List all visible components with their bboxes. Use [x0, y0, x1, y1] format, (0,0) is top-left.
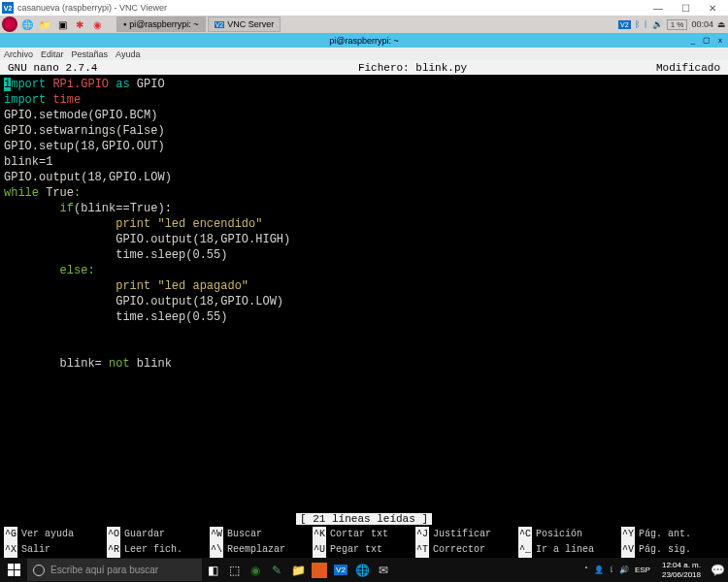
- mathematica-icon[interactable]: ✱: [72, 16, 87, 32]
- lxde-panel: 🌐 📁 ▣ ✱ ◉ ▪ pi@raspberrypi: ~ V2 VNC Ser…: [0, 16, 728, 33]
- menu-ayuda[interactable]: Ayuda: [116, 49, 140, 59]
- panel-clock: 00:04: [691, 19, 713, 29]
- task-button-terminal[interactable]: ▪ pi@raspberrypi: ~: [116, 16, 206, 32]
- terminal-window-controls: _ ▢ x: [687, 35, 726, 47]
- close-button[interactable]: ✕: [699, 0, 726, 16]
- app-icon-orange[interactable]: [312, 563, 327, 578]
- svg-rect-0: [8, 564, 14, 569]
- mail-icon[interactable]: ✉: [373, 558, 394, 582]
- notifications-icon[interactable]: 💬: [707, 558, 728, 582]
- cortana-icon: [33, 565, 45, 576]
- system-tray: V2 ᛒ ⧙ 🔊 1 % 00:04 ⏏: [618, 19, 726, 30]
- maximize-button[interactable]: ☐: [672, 0, 699, 16]
- terminal-small-icon: ▪: [123, 19, 126, 29]
- terminal-minimize-button[interactable]: _: [687, 35, 699, 47]
- tray-vnc-icon[interactable]: V2: [618, 20, 631, 29]
- start-button[interactable]: [0, 558, 27, 582]
- nano-header: GNU nano 2.7.4 Fichero: blink.py Modific…: [0, 60, 728, 75]
- task-button-vnc-server[interactable]: V2 VNC Server: [208, 16, 281, 32]
- nano-version: GNU nano 2.7.4: [8, 60, 202, 76]
- nano-code-area[interactable]: import RPi.GPIO as GPIO import time GPIO…: [0, 75, 728, 373]
- svg-rect-1: [15, 564, 20, 569]
- terminal-icon[interactable]: ▣: [54, 16, 70, 32]
- windows-titlebar: V2 casanueva (raspberrypi) - VNC Viewer …: [0, 0, 728, 16]
- tray-volume-icon[interactable]: 🔊: [619, 566, 629, 574]
- task-view-icon[interactable]: ◧: [202, 558, 223, 582]
- file-explorer-icon[interactable]: 📁: [287, 558, 309, 582]
- menu-archivo[interactable]: Archivo: [4, 49, 33, 59]
- tray-up-arrow-icon[interactable]: ˄: [584, 566, 588, 574]
- menu-editar[interactable]: Editar: [41, 49, 64, 59]
- vnc-viewport: 🌐 📁 ▣ ✱ ◉ ▪ pi@raspberrypi: ~ V2 VNC Ser…: [0, 16, 728, 558]
- raspberry-menu-icon[interactable]: [2, 16, 17, 32]
- file-manager-icon[interactable]: 📁: [37, 16, 52, 32]
- terminal-titlebar: pi@raspberrypi: ~ _ ▢ x: [0, 33, 728, 48]
- vnc-viewer-taskbar-icon[interactable]: V2: [330, 558, 351, 582]
- minimize-button[interactable]: —: [645, 0, 672, 16]
- window-controls: — ☐ ✕: [645, 0, 726, 16]
- chrome-icon[interactable]: 🌐: [351, 558, 373, 582]
- dropbox-icon[interactable]: ⬚: [223, 558, 245, 582]
- bluetooth-icon[interactable]: ᛒ: [635, 19, 640, 29]
- eject-icon[interactable]: ⏏: [717, 19, 726, 29]
- windows-systray: ˄ 👤 ⧙ 🔊 ESP: [579, 566, 656, 574]
- xbox-icon[interactable]: ◉: [245, 558, 266, 582]
- evernote-icon[interactable]: ✎: [266, 558, 287, 582]
- search-box[interactable]: Escribe aquí para buscar: [27, 559, 202, 581]
- terminal-maximize-button[interactable]: ▢: [701, 35, 712, 47]
- tray-wifi-icon[interactable]: ⧙: [610, 566, 613, 574]
- nano-filename: Fichero: blink.py: [202, 60, 623, 76]
- svg-rect-3: [15, 570, 20, 576]
- taskbar-clock[interactable]: 12:04 a. m. 23/06/2018: [656, 561, 707, 580]
- nano-status-line: [ 21 líneas leídas ]: [0, 511, 728, 527]
- menu-pestanas[interactable]: Pestañas: [72, 49, 109, 59]
- search-placeholder: Escribe aquí para buscar: [50, 565, 158, 575]
- terminal-title-text: pi@raspberrypi: ~: [329, 36, 398, 46]
- nano-editor[interactable]: GNU nano 2.7.4 Fichero: blink.py Modific…: [0, 60, 728, 558]
- wolfram-icon[interactable]: ◉: [89, 16, 105, 32]
- tray-people-icon[interactable]: 👤: [594, 566, 604, 574]
- svg-rect-2: [8, 570, 14, 576]
- terminal-menubar: Archivo Editar Pestañas Ayuda: [0, 48, 728, 60]
- vnc-small-icon: V2: [215, 21, 225, 28]
- tray-lang-icon[interactable]: ESP: [635, 566, 650, 574]
- wifi-icon[interactable]: ⧙: [644, 19, 648, 29]
- nano-modified-indicator: Modificado: [623, 60, 720, 76]
- window-title: casanueva (raspberrypi) - VNC Viewer: [17, 3, 167, 13]
- vnc-logo-icon: V2: [2, 2, 14, 14]
- terminal-close-button[interactable]: x: [714, 35, 726, 47]
- windows-taskbar: Escribe aquí para buscar ◧ ⬚ ◉ ✎ 📁 V2 🌐 …: [0, 558, 728, 582]
- volume-icon[interactable]: 🔊: [652, 19, 663, 29]
- cpu-usage: 1 %: [667, 19, 688, 30]
- nano-shortcuts: ^GVer ayuda ^OGuardar ^WBuscar ^KCortar …: [0, 527, 728, 558]
- web-browser-icon[interactable]: 🌐: [19, 16, 35, 32]
